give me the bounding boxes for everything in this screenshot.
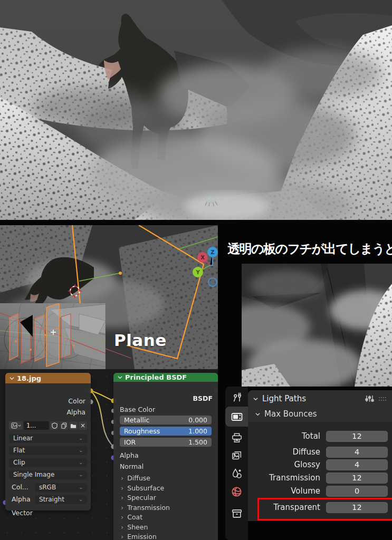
shader-node-editor[interactable]: 18.jpg Color Alpha 1... [0, 369, 218, 540]
projection-select[interactable]: Flat⌄ [9, 446, 87, 455]
tab-scene-properties[interactable] [225, 465, 248, 483]
glossy-value-field[interactable]: 4 [326, 459, 388, 470]
panel-specular[interactable]: ›Specular [121, 493, 214, 502]
roughness-value: 1.000 [188, 427, 207, 436]
bsdf-node-title: Principled BSDF [125, 373, 187, 381]
wireframe-inset-viewport [0, 303, 106, 369]
panel-title: Light Paths [262, 394, 306, 403]
diffuse-value-field[interactable]: 4 [326, 447, 388, 458]
extension-select[interactable]: Clip⌄ [9, 458, 87, 467]
expand-arrow-icon: › [121, 513, 123, 521]
image-browse-button[interactable] [9, 421, 23, 430]
properties-tab-column [225, 387, 248, 540]
extension-value: Clip [13, 458, 25, 467]
tab-output-properties[interactable] [225, 429, 248, 447]
tab-render-properties[interactable] [225, 407, 248, 427]
roughness-slider[interactable]: Roughness 1.000 [120, 427, 212, 436]
image-node-title: 18.jpg [17, 374, 41, 382]
light-paths-panel: Light Paths Max Bounces Total12 Diffuse4… [248, 390, 392, 521]
stacked-images-icon [231, 450, 243, 461]
principled-bsdf-node[interactable]: Principled BSDF BSDF Base Color Metallic… [113, 373, 218, 540]
ior-value: 1.500 [188, 438, 207, 447]
volume-value-field[interactable]: 0 [326, 486, 388, 497]
ior-slider[interactable]: IOR 1.500 [120, 438, 212, 447]
alpha-input-label: Alpha [120, 451, 139, 460]
panel-transmission[interactable]: ›Transmission [121, 503, 214, 512]
gizmo-y-label: Y [195, 269, 200, 275]
subpanel-chevron-icon[interactable] [255, 412, 260, 417]
vector-input-label: Vector [12, 509, 33, 517]
panel-header[interactable]: Light Paths [248, 390, 392, 407]
image-datablock-row[interactable]: 1... × [9, 421, 87, 430]
total-value-field[interactable]: 12 [326, 431, 388, 442]
expand-arrow-icon: › [121, 533, 123, 540]
normal-input-label: Normal [120, 462, 144, 471]
copy-icon [61, 422, 67, 429]
transmission-value-field[interactable]: 12 [326, 472, 388, 484]
panel-diffuse[interactable]: ›Diffuse [121, 474, 214, 483]
blender-tutorial-screenshot: X Z Y Plane 透明の板のフチが出 [0, 0, 392, 540]
bsdf-output-label: BSDF [193, 394, 213, 403]
alpha-mode-label: Alpha [12, 495, 31, 504]
transmission-row: Transmission12 [248, 472, 392, 484]
tab-object-properties[interactable] [225, 505, 248, 523]
tab-view-layer-properties[interactable] [225, 447, 248, 465]
object-name-label: Plane [114, 331, 167, 350]
folder-icon [70, 423, 77, 429]
collapse-chevron-icon[interactable] [9, 376, 14, 381]
total-row: Total12 [248, 431, 392, 442]
metallic-slider[interactable]: Metallic 0.000 [120, 416, 212, 425]
tutorial-heading-jp: 透明の板のフチが出てしまうとき [227, 238, 392, 259]
panel-emission[interactable]: ›Emission [121, 532, 214, 540]
fake-user-button[interactable] [50, 421, 59, 430]
diffuse-row: Diffuse4 [248, 447, 392, 458]
collapse-chevron-icon[interactable] [118, 375, 122, 380]
duplicate-data-button[interactable] [60, 421, 68, 430]
tab-tool[interactable] [225, 388, 248, 406]
expand-arrow-icon: › [121, 484, 123, 492]
interpolation-select[interactable]: Linear⌄ [9, 434, 87, 443]
bsdf-node-header[interactable]: Principled BSDF [113, 373, 218, 382]
colorspace-label: Col... [12, 483, 28, 491]
gizmo-x-label: X [200, 255, 205, 261]
expand-arrow-icon: › [121, 523, 123, 531]
max-bounces-header[interactable]: Max Bounces [255, 409, 317, 419]
tab-world-properties[interactable] [225, 483, 248, 500]
final-render-image [0, 0, 392, 220]
image-node-header[interactable]: 18.jpg [5, 373, 91, 383]
image-texture-node[interactable]: 18.jpg Color Alpha 1... [5, 373, 91, 510]
alpha-mode-select[interactable]: Straight⌄ [35, 495, 87, 504]
unlink-button[interactable]: × [79, 421, 87, 430]
volume-row: Volume0 [248, 486, 392, 497]
scene-icon [231, 468, 243, 479]
open-image-button[interactable] [69, 421, 78, 430]
render-camera-icon [231, 410, 243, 423]
interpolation-value: Linear [13, 434, 33, 443]
panel-coat[interactable]: ›Coat [121, 513, 214, 522]
colorspace-value: sRGB [39, 483, 56, 492]
subpanel-title: Max Bounces [264, 409, 317, 419]
panel-subsurface[interactable]: ›Subsurface [121, 484, 214, 493]
panel-sheen[interactable]: ›Sheen [121, 523, 214, 532]
tool-icon [231, 391, 243, 403]
printer-icon [231, 432, 243, 443]
roughness-label: Roughness [124, 427, 160, 436]
projection-value: Flat [13, 446, 25, 455]
colorspace-select[interactable]: sRGB⌄ [35, 483, 87, 492]
archive-box-icon [231, 508, 243, 519]
source-select[interactable]: Single Image⌄ [9, 470, 87, 479]
metallic-label: Metallic [124, 416, 149, 425]
panel-chevron-icon[interactable] [253, 397, 258, 401]
filter-sliders-icon[interactable] [365, 395, 374, 403]
base-color-label: Base Color [120, 406, 155, 414]
render-crop-transparent-edge-artifact [242, 264, 392, 387]
viewport-nav-sphere[interactable] [208, 278, 217, 286]
ior-label: IOR [124, 438, 136, 447]
origin-point[interactable] [119, 272, 122, 275]
image-name-field[interactable]: 1... [24, 421, 49, 430]
transparent-value-field[interactable]: 12 [326, 502, 388, 513]
drag-dots-icon[interactable] [378, 397, 387, 401]
color-output-label: Color [68, 397, 85, 406]
glossy-row: Glossy4 [248, 459, 392, 470]
source-value: Single Image [13, 470, 54, 479]
